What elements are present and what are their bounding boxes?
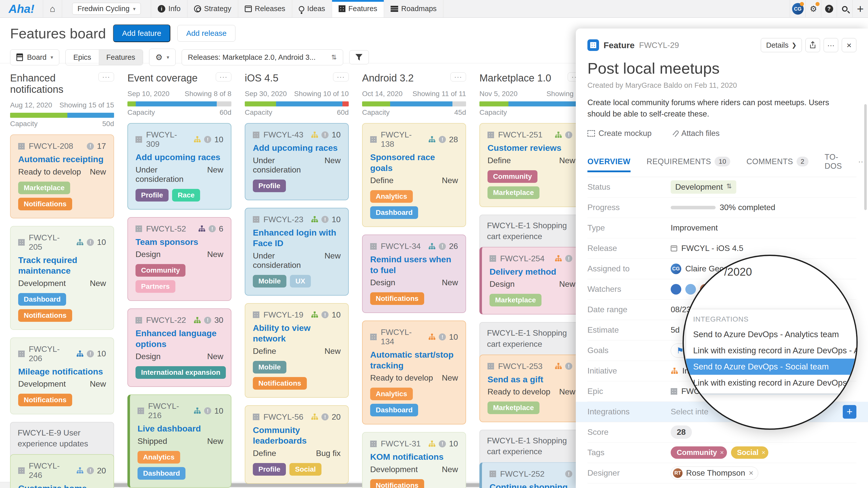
card-title-link[interactable]: Live dashboard [137, 423, 223, 434]
card-title-link[interactable]: Enhanced login with Face ID [253, 227, 341, 249]
add-release-button[interactable]: Add release [177, 25, 236, 42]
attach-files-button[interactable]: Attach files [674, 129, 720, 138]
share-button[interactable] [805, 38, 820, 52]
tab-comments[interactable]: COMMENTS2 [746, 157, 808, 172]
watcher-avatar[interactable] [671, 284, 681, 295]
card-title-link[interactable]: Customize home screen [18, 483, 106, 488]
card-title-link[interactable]: Mileage notifications [18, 366, 106, 377]
feature-card[interactable]: FWCYL-251!Customer reviewsDefineNewCommu… [479, 123, 583, 207]
integrations-input[interactable]: Select inte [671, 407, 708, 416]
integration-option[interactable]: Link with existing record in Azure DevOp… [686, 343, 858, 359]
home-button[interactable]: ⌂ [43, 0, 62, 18]
aha-logo[interactable]: Aha! [0, 0, 43, 18]
releases-filter-select[interactable]: Releases: Marketplace 2.0, Android 3... … [182, 50, 343, 65]
updown-icon: ⇅ [331, 54, 337, 61]
feature-card[interactable]: FWCYL-246!20Customize home screenReady t… [10, 454, 114, 488]
card-title-link[interactable]: Sponsored race goals [370, 152, 458, 173]
feature-card[interactable]: FWCYL-138!28Sponsored race goalsDefineNe… [362, 123, 466, 227]
watcher-avatar[interactable] [685, 284, 696, 295]
tag-community[interactable]: Community× [671, 446, 727, 459]
column-title: Marketplace 1.0 [479, 72, 551, 84]
board-settings-dropdown[interactable]: ⚙ ▾ [149, 49, 176, 66]
tab-to-dos[interactable]: TO-DOS [825, 153, 842, 177]
nav-item-roadmaps[interactable]: Roadmaps [384, 0, 443, 18]
card-title-link[interactable]: Send as a gift [488, 374, 575, 385]
remove-designer-icon[interactable]: × [749, 468, 753, 478]
card-title-link[interactable]: KOM notifications [370, 451, 458, 462]
release-date: Oct 14, 2020 [362, 90, 402, 98]
more-button[interactable]: ··· [824, 38, 838, 52]
add-feature-button[interactable]: Add feature [113, 25, 170, 42]
card-title-link[interactable]: Remind users when to fuel [370, 254, 458, 275]
card-title-link[interactable]: Track required maintenance [18, 255, 106, 276]
card-title-link[interactable]: Enhanced language options [135, 328, 223, 349]
create-button[interactable]: + [852, 0, 868, 18]
column-more-button[interactable]: ··· [333, 72, 349, 82]
feature-card[interactable]: FWCYL-309!10Add upcoming racesUnder cons… [127, 123, 231, 209]
integration-option[interactable]: Send to Azure DevOps - Analytics team [686, 326, 858, 343]
card-title-link[interactable]: Delivery method [490, 266, 575, 277]
tag-social[interactable]: Social× [731, 446, 769, 459]
remove-tag-icon[interactable]: × [720, 449, 724, 456]
remove-tag-icon[interactable]: × [762, 449, 765, 456]
feature-card[interactable]: FWCYL-252!Continue shoppingUnder conside… [479, 462, 583, 488]
card-title-link[interactable]: Community leaderboards [253, 425, 341, 446]
tab-requirements[interactable]: REQUIREMENTS10 [647, 157, 731, 172]
filter-button[interactable] [349, 50, 369, 64]
card-title-link[interactable]: Team sponsors [135, 236, 223, 248]
feature-description[interactable]: Create local community forums where ride… [587, 97, 835, 120]
card-title-link[interactable]: Continue shopping [490, 482, 575, 488]
release-link[interactable]: FWCYL - iOS 4.5 [681, 243, 743, 253]
avatar[interactable]: CG [671, 264, 681, 274]
designer-pill[interactable]: RTRose Thompson× [671, 466, 758, 480]
nav-item-ideas[interactable]: Ideas [292, 0, 332, 18]
integration-option[interactable]: Link with existing record in Azure DevOp… [686, 375, 858, 391]
estimate-text[interactable]: 5d [671, 325, 680, 335]
feature-card[interactable]: FWCYL-216!10Live dashboardShippedNewAnal… [127, 394, 231, 488]
column-more-button[interactable]: ··· [98, 72, 114, 82]
close-panel-button[interactable]: × [842, 38, 857, 52]
nav-item-strategy[interactable]: Strategy [187, 0, 238, 18]
tab-overview[interactable]: OVERVIEW [587, 157, 630, 172]
card-title-link[interactable]: Automatic receipting [18, 154, 106, 165]
create-mockup-button[interactable]: Create mockup [587, 129, 651, 138]
feature-card[interactable]: FWCYL-253!Send as a giftReady to develop… [479, 355, 583, 422]
feature-card[interactable]: FWCYL-31!10KOM notificationsDevelopmentN… [362, 432, 466, 488]
toggle-features[interactable]: Features [99, 50, 143, 65]
nav-item-features[interactable]: Features [332, 0, 384, 18]
feature-card[interactable]: FWCYL-206!10Mileage notificationsDevelop… [10, 337, 114, 415]
panel-scrollbar[interactable] [864, 104, 867, 210]
toggle-epics[interactable]: Epics [66, 50, 99, 65]
board-view-dropdown[interactable]: Board ▾ [10, 50, 59, 65]
integration-option[interactable]: Send to Azure DevOps - Social team [686, 359, 858, 375]
card-title-link[interactable]: Customer reviews [488, 142, 575, 153]
card-meta-row: DesignNew [135, 352, 223, 361]
feature-card[interactable]: FWCYL-19!10Ability to view networkDefine… [245, 303, 349, 398]
card-title-link[interactable]: Add upcoming races [253, 142, 341, 153]
feature-card[interactable]: FWCYL-52!6Team sponsorsDesignNewCommunit… [127, 217, 231, 301]
details-button[interactable]: Details❯ [761, 38, 802, 52]
search-button[interactable] [837, 0, 852, 18]
help-button[interactable]: ? [821, 0, 837, 18]
nav-item-releases[interactable]: Releases [238, 0, 292, 18]
nav-item-info[interactable]: iInfo [151, 0, 187, 18]
feature-card[interactable]: FWCYL-43!10Add upcoming racesUnder consi… [245, 123, 349, 200]
column-more-button[interactable]: ··· [216, 72, 231, 82]
add-integration-button[interactable]: + [843, 405, 857, 419]
card-title-link[interactable]: Add upcoming races [135, 152, 223, 163]
project-switcher[interactable]: Fredwin Cycling▾ [62, 0, 151, 18]
feature-card[interactable]: FWCYL-34!26Remind users when to fuelDesi… [362, 234, 466, 313]
user-avatar-button[interactable]: CG [790, 0, 805, 18]
feature-card[interactable]: FWCYL-208!17Automatic receiptingReady to… [10, 134, 114, 218]
feature-card[interactable]: FWCYL-56!20Community leaderboardsDefineB… [245, 405, 349, 484]
feature-card[interactable]: FWCYL-134!10Automatic start/stop trackin… [362, 321, 466, 424]
card-title-link[interactable]: Ability to view network [253, 323, 341, 344]
card-title-link[interactable]: Automatic start/stop tracking [370, 349, 458, 371]
feature-card[interactable]: FWCYL-23!10Enhanced login with Face IDUn… [245, 208, 349, 296]
column-more-button[interactable]: ··· [451, 72, 466, 82]
feature-card[interactable]: FWCYL-22!30Enhanced language optionsDesi… [127, 308, 231, 387]
status-dropdown[interactable]: Development⇅ [671, 180, 736, 194]
feature-card[interactable]: FWCYL-205!10Track required maintenanceDe… [10, 226, 114, 330]
settings-button[interactable]: ⚙ [805, 0, 821, 18]
feature-card[interactable]: FWCYL-254!Delivery methodDesignNewMarket… [479, 247, 583, 315]
